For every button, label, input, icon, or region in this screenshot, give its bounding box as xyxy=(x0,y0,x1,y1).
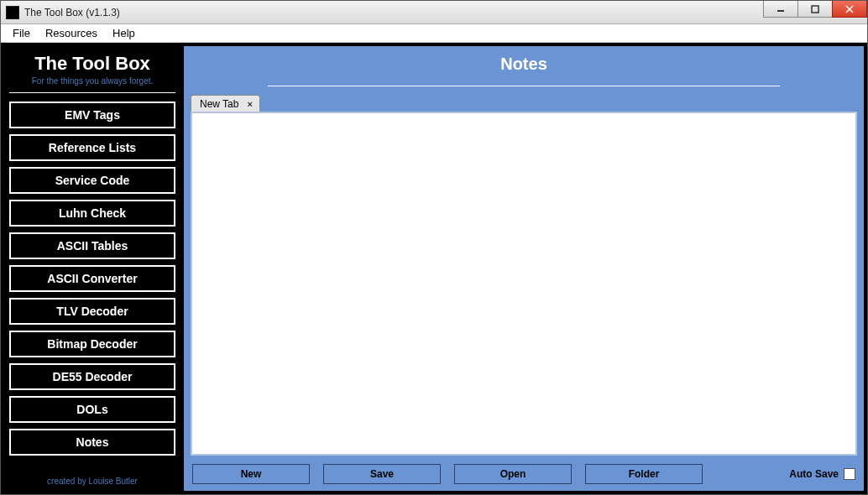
tabstrip: New Tab × xyxy=(184,93,864,112)
save-button[interactable]: Save xyxy=(323,464,441,484)
menu-help[interactable]: Help xyxy=(106,25,142,41)
credit-text: created by Louise Butler xyxy=(9,468,175,486)
close-icon xyxy=(845,5,854,13)
window-title: The Tool Box (v1.1.3) xyxy=(24,7,120,18)
brand-title: The Tool Box xyxy=(9,53,175,75)
minimize-button[interactable] xyxy=(763,1,798,18)
nav-service-code[interactable]: Service Code xyxy=(9,167,175,194)
svg-rect-1 xyxy=(812,6,818,13)
maximize-button[interactable] xyxy=(797,1,833,18)
autosave-control[interactable]: Auto Save xyxy=(789,468,855,480)
titlebar[interactable]: The Tool Box (v1.1.3) xyxy=(1,1,867,24)
notes-textarea[interactable] xyxy=(192,113,855,454)
app-window: The Tool Box (v1.1.3) File Resources Hel… xyxy=(0,0,868,495)
nav-emv-tags[interactable]: EMV Tags xyxy=(9,102,175,128)
autosave-label: Auto Save xyxy=(789,468,839,480)
window-controls xyxy=(764,1,867,18)
nav-dols[interactable]: DOLs xyxy=(9,396,175,423)
nav-ascii-converter[interactable]: ASCII Converter xyxy=(9,265,175,292)
bottom-toolbar: New Save Open Folder Auto Save xyxy=(184,456,864,486)
nav-reference-lists[interactable]: Reference Lists xyxy=(9,134,175,161)
maximize-icon xyxy=(811,5,819,13)
nav-list: EMV Tags Reference Lists Service Code Lu… xyxy=(9,102,175,456)
app-icon xyxy=(6,6,19,19)
menubar: File Resources Help xyxy=(1,24,867,43)
header-divider xyxy=(268,86,780,86)
main-header: Notes xyxy=(184,46,864,82)
nav-notes[interactable]: Notes xyxy=(9,429,175,456)
nav-ascii-tables[interactable]: ASCII Tables xyxy=(9,232,175,259)
autosave-checkbox[interactable] xyxy=(844,468,855,480)
brand: The Tool Box For the things you always f… xyxy=(9,50,175,93)
close-button[interactable] xyxy=(832,1,867,18)
folder-button[interactable]: Folder xyxy=(585,464,703,484)
menu-file[interactable]: File xyxy=(6,25,37,41)
body-area: The Tool Box For the things you always f… xyxy=(1,43,867,494)
nav-luhn-check[interactable]: Luhn Check xyxy=(9,200,175,227)
page-title: Notes xyxy=(184,55,864,74)
brand-subtitle: For the things you always forget. xyxy=(9,76,175,86)
menu-resources[interactable]: Resources xyxy=(39,25,104,41)
tab-new[interactable]: New Tab × xyxy=(191,95,260,112)
nav-bitmap-decoder[interactable]: Bitmap Decoder xyxy=(9,331,175,357)
minimize-icon xyxy=(776,5,785,13)
tab-close-icon[interactable]: × xyxy=(245,99,254,109)
sidebar: The Tool Box For the things you always f… xyxy=(4,46,180,491)
open-button[interactable]: Open xyxy=(454,464,572,484)
main-panel: Notes New Tab × New Save Open Folder Aut… xyxy=(184,46,864,491)
editor-frame xyxy=(191,112,857,456)
new-button[interactable]: New xyxy=(192,464,310,484)
nav-de55-decoder[interactable]: DE55 Decoder xyxy=(9,363,175,390)
nav-tlv-decoder[interactable]: TLV Decoder xyxy=(9,298,175,325)
tab-label: New Tab xyxy=(200,98,238,110)
